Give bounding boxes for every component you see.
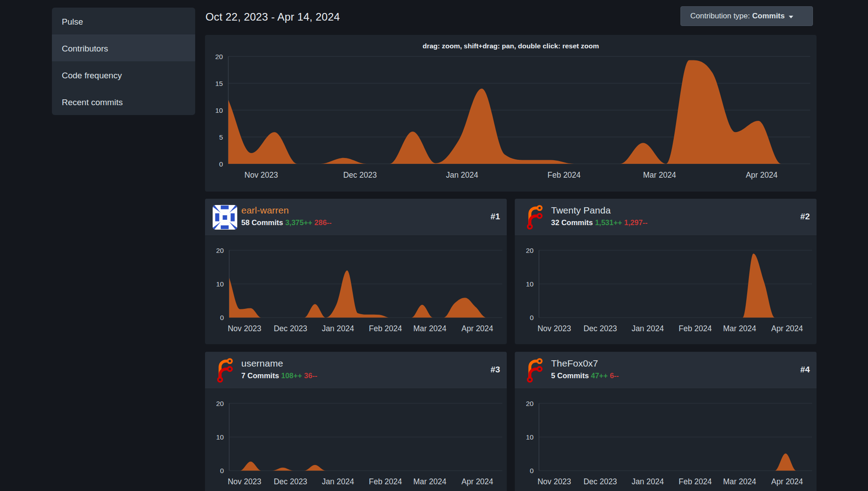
svg-text:10: 10 [216, 433, 224, 441]
svg-text:Nov 2023: Nov 2023 [244, 171, 278, 179]
svg-text:Feb 2024: Feb 2024 [547, 171, 581, 179]
svg-text:Nov 2023: Nov 2023 [228, 324, 261, 333]
svg-text:Apr 2024: Apr 2024 [746, 171, 778, 179]
svg-text:Apr 2024: Apr 2024 [462, 324, 493, 333]
svg-text:Mar 2024: Mar 2024 [723, 477, 756, 486]
svg-text:20: 20 [215, 53, 223, 60]
svg-text:15: 15 [215, 80, 223, 87]
svg-text:Jan 2024: Jan 2024 [632, 324, 664, 333]
svg-text:10: 10 [215, 107, 223, 114]
svg-text:20: 20 [216, 400, 224, 407]
svg-text:Mar 2024: Mar 2024 [413, 324, 446, 333]
svg-text:Apr 2024: Apr 2024 [771, 477, 803, 486]
svg-text:Apr 2024: Apr 2024 [771, 324, 803, 333]
svg-text:Feb 2024: Feb 2024 [679, 477, 712, 486]
svg-text:Dec 2023: Dec 2023 [583, 324, 617, 333]
svg-text:Dec 2023: Dec 2023 [343, 171, 377, 179]
svg-text:5: 5 [219, 133, 223, 141]
svg-text:20: 20 [526, 400, 534, 407]
svg-text:0: 0 [530, 467, 534, 474]
svg-text:Jan 2024: Jan 2024 [632, 477, 664, 486]
svg-text:Feb 2024: Feb 2024 [679, 324, 712, 333]
svg-text:Mar 2024: Mar 2024 [413, 477, 446, 486]
svg-text:Mar 2024: Mar 2024 [643, 171, 676, 179]
svg-text:Jan 2024: Jan 2024 [322, 477, 354, 486]
svg-text:Feb 2024: Feb 2024 [369, 324, 402, 333]
svg-text:Nov 2023: Nov 2023 [228, 477, 261, 486]
svg-text:Dec 2023: Dec 2023 [583, 477, 617, 486]
svg-text:Apr 2024: Apr 2024 [462, 477, 493, 486]
svg-text:Dec 2023: Dec 2023 [274, 324, 307, 333]
svg-text:drag: zoom, shift+drag: pan, d: drag: zoom, shift+drag: pan, double clic… [423, 42, 599, 50]
svg-text:10: 10 [526, 433, 534, 441]
svg-text:10: 10 [526, 280, 534, 288]
svg-text:Mar 2024: Mar 2024 [723, 324, 756, 333]
svg-text:Feb 2024: Feb 2024 [369, 477, 402, 486]
svg-text:0: 0 [220, 314, 224, 321]
svg-text:Jan 2024: Jan 2024 [446, 171, 478, 179]
svg-text:0: 0 [530, 314, 534, 321]
svg-text:20: 20 [216, 247, 224, 254]
svg-text:Nov 2023: Nov 2023 [538, 477, 571, 486]
svg-text:0: 0 [220, 467, 224, 474]
svg-text:Nov 2023: Nov 2023 [538, 324, 571, 333]
svg-text:Jan 2024: Jan 2024 [322, 324, 354, 333]
svg-text:10: 10 [216, 280, 224, 288]
svg-text:Dec 2023: Dec 2023 [274, 477, 307, 486]
svg-text:0: 0 [219, 160, 223, 168]
svg-text:20: 20 [526, 247, 534, 254]
